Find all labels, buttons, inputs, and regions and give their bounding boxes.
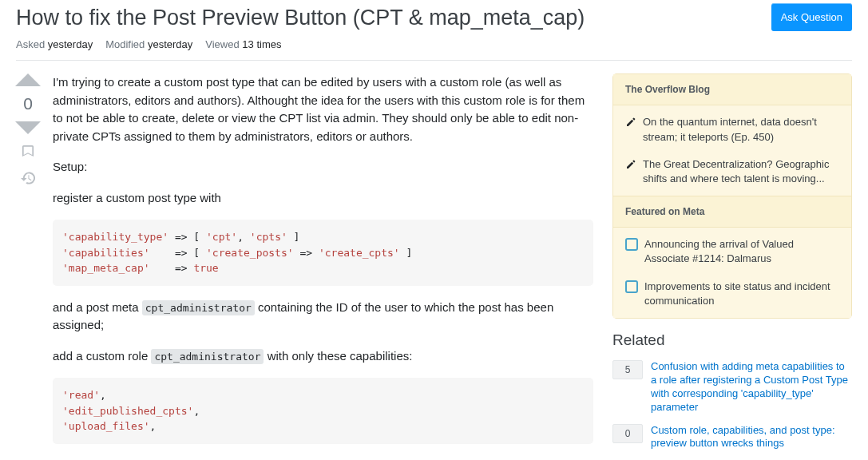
blog-item[interactable]: On the quantum internet, data doesn't st… (613, 109, 851, 150)
vote-count: 0 (23, 94, 33, 113)
related-section: Related 5 Confusion with adding meta cap… (612, 331, 852, 450)
meta-icon (625, 280, 638, 293)
timeline-button[interactable] (21, 171, 35, 188)
meta-item[interactable]: Announcing the arrival of Valued Associa… (613, 231, 851, 272)
asked-meta: Asked yesterday (16, 38, 93, 50)
related-item: 5 Confusion with adding meta capabilitie… (612, 360, 852, 414)
upvote-button[interactable] (15, 73, 41, 86)
bookmark-button[interactable] (22, 144, 34, 161)
viewed-meta: Viewed 13 times (205, 38, 281, 50)
question-title: How to fix the Post Preview Button (CPT … (16, 3, 585, 32)
blog-link[interactable]: The Great Decentralization? Geographic s… (643, 157, 839, 186)
related-link[interactable]: Custom role, capabilities, and post type… (651, 424, 852, 451)
blog-item[interactable]: The Great Decentralization? Geographic s… (613, 151, 851, 192)
vote-cell: 0 (16, 73, 53, 460)
modified-meta: Modified yesterday (105, 38, 192, 50)
question-meta: Asked yesterday Modified yesterday Viewe… (16, 32, 852, 61)
ask-question-button[interactable]: Ask Question (771, 3, 852, 31)
pencil-icon (625, 159, 636, 170)
blog-link[interactable]: On the quantum internet, data doesn't st… (643, 115, 839, 144)
related-score: 5 (612, 360, 643, 379)
paragraph: register a custom post type with (53, 189, 593, 208)
related-link[interactable]: Confusion with adding meta capabilities … (651, 360, 852, 414)
meta-link[interactable]: Improvements to site status and incident… (644, 280, 839, 308)
code-block: 'capability_type' => [ 'cpt', 'cpts' ] '… (53, 220, 593, 286)
featured-meta-header: Featured on Meta (613, 196, 851, 228)
related-header: Related (612, 331, 852, 349)
related-score: 0 (612, 424, 643, 443)
paragraph: and a post meta cpt_administrator contai… (53, 299, 593, 335)
code-block: 'read', 'edit_published_cpts', 'upload_f… (53, 378, 593, 444)
meta-link[interactable]: Announcing the arrival of Valued Associa… (644, 237, 839, 266)
post-body: I'm trying to create a custom post type … (53, 73, 593, 460)
pencil-icon (625, 117, 636, 128)
overflow-blog-header: The Overflow Blog (613, 74, 851, 105)
meta-icon (625, 238, 638, 251)
sidebar-bulletin: The Overflow Blog On the quantum interne… (612, 73, 852, 319)
meta-item[interactable]: Improvements to site status and incident… (613, 273, 851, 315)
paragraph: I'm trying to create a custom post type … (53, 73, 593, 145)
paragraph: add a custom role cpt_administrator with… (53, 347, 593, 366)
inline-code: cpt_administrator (151, 349, 264, 364)
downvote-button[interactable] (15, 121, 41, 134)
paragraph: Setup: (53, 158, 593, 176)
related-item: 0 Custom role, capabilities, and post ty… (612, 424, 852, 451)
inline-code: cpt_administrator (142, 300, 255, 315)
